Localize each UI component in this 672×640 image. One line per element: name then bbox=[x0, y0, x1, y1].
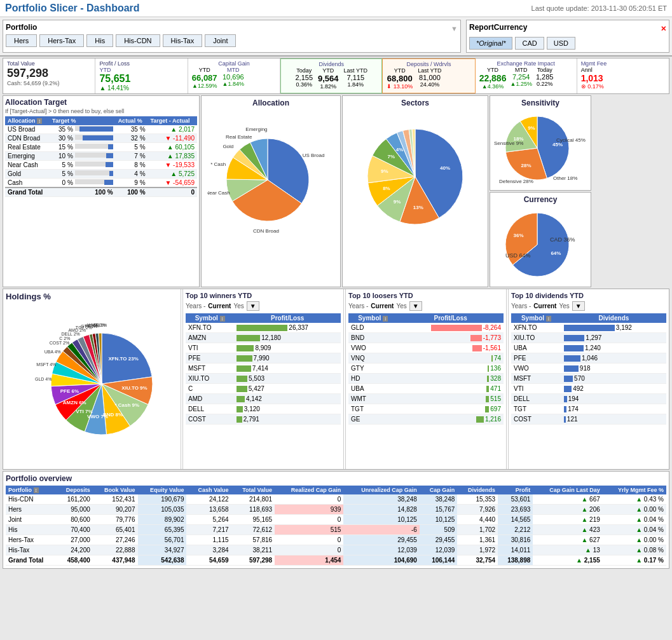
capital-gain-label: Capital Gain bbox=[192, 60, 276, 67]
er-mtd-val: 7,254 bbox=[510, 73, 531, 81]
losers-yes-label: Yes bbox=[396, 303, 406, 310]
alloc-subtitle: If [Target-Actual] > 0 then need to buy,… bbox=[5, 108, 197, 114]
ov-deposits: 27,000 bbox=[56, 535, 93, 545]
ov-col-profit: Profit bbox=[498, 486, 533, 494]
loser-value: 1,216 bbox=[397, 414, 504, 425]
currency-panel: Currency 64%36%CAD 36%USD 64% bbox=[490, 192, 591, 287]
profit-ytd-pct: ▲ 14.41% bbox=[99, 85, 183, 92]
ov-equityvalue: 89,902 bbox=[138, 515, 187, 525]
ov-col-capgain: Cap Gain bbox=[420, 486, 457, 494]
svg-text:Emerging: Emerging bbox=[245, 126, 267, 132]
report-currency-close-icon[interactable]: ✕ bbox=[661, 25, 666, 33]
losers-filter-dropdown[interactable]: ▼ bbox=[409, 301, 422, 311]
winner-value: 3,120 bbox=[234, 404, 341, 414]
dividend-symbol: DELL bbox=[511, 394, 561, 404]
top10-dividends-title: Top 10 dividends YTD bbox=[511, 292, 666, 299]
currency-btn-cad[interactable]: CAD bbox=[515, 37, 544, 50]
table-row: WMT 515 bbox=[348, 394, 504, 404]
alloc-row-diff: ▲ 5,725 bbox=[148, 170, 197, 179]
yes-label: Yes bbox=[233, 303, 243, 310]
table-row: MSFT 7,414 bbox=[186, 364, 341, 374]
overview-table: Portfolio ↕ Deposits Book Value Equity V… bbox=[6, 486, 666, 566]
winner-symbol: XFN.TO bbox=[186, 323, 234, 333]
winner-symbol: AMD bbox=[186, 394, 234, 404]
ov-portfolio: Joint bbox=[6, 515, 56, 525]
ov-cglastday: ▲ 13 bbox=[533, 545, 602, 555]
svg-text:* Cash 9%: * Cash 9% bbox=[114, 402, 139, 408]
portfolio-btn-hers[interactable]: Hers bbox=[6, 34, 37, 47]
loser-value: -1,561 bbox=[397, 343, 504, 353]
dividends-filter-dropdown[interactable]: ▼ bbox=[572, 301, 585, 311]
divs-symbol-col: Symbol ↕ bbox=[511, 313, 561, 323]
stat-total-value: Total Value 597,298 Cash: 54,659 (9.2%) bbox=[3, 58, 95, 93]
alloc-col-diff: Target - Actual bbox=[148, 116, 197, 125]
table-row: VNQ 74 bbox=[348, 353, 504, 364]
ov-col-portfolio: Portfolio ↕ bbox=[6, 486, 56, 494]
stat-exchange-rate: Exchange Rate Impact YTD 22,886 ▲4.36% M… bbox=[476, 58, 577, 93]
holdings-pie-panel: Holdings % XFN.TO 23%XIU.TO 9%* Cash 9%B… bbox=[3, 289, 181, 469]
sectors-chart-title: Sectors bbox=[345, 99, 485, 107]
currency-btn-original[interactable]: *Original* bbox=[469, 37, 512, 50]
dividend-value: 492 bbox=[561, 384, 666, 394]
alloc-row-target: 35 % bbox=[50, 125, 116, 134]
cg-ytd-val: 66,087 bbox=[192, 73, 217, 83]
alloc-row-name: CDN Broad bbox=[5, 134, 50, 143]
winners-symbol-col: Symbol ↕ bbox=[186, 313, 234, 323]
ov-cashvalue: 13,658 bbox=[186, 505, 231, 515]
ov-bookvalue: 22,888 bbox=[93, 545, 138, 555]
table-row: VTI 492 bbox=[511, 384, 666, 394]
alloc-row-diff: ▲ 2,017 bbox=[148, 125, 197, 134]
ov-equityvalue: 56,701 bbox=[138, 535, 187, 545]
table-row: COST 121 bbox=[511, 414, 666, 425]
loser-symbol: GE bbox=[348, 414, 397, 425]
svg-text:GLD 4%: GLD 4% bbox=[35, 377, 51, 381]
portfolio-btn-joint[interactable]: Joint bbox=[205, 34, 236, 47]
winner-symbol: AMZN bbox=[186, 333, 234, 343]
ov-unrealizedcg: 38,248 bbox=[343, 494, 419, 505]
dividend-value: 1,240 bbox=[561, 343, 666, 353]
portfolio-btn-his-cdn[interactable]: His-CDN bbox=[116, 34, 160, 47]
svg-text:PFE 6%: PFE 6% bbox=[60, 388, 78, 394]
ov-profit: 14,011 bbox=[498, 545, 533, 555]
profit-ytd-val: 75,651 bbox=[99, 73, 183, 85]
dividend-value: 1,046 bbox=[561, 353, 666, 364]
ov-dividends: 7,926 bbox=[457, 505, 498, 515]
overview-table-row: His 70,400 65,401 65,395 7,217 72,612 51… bbox=[6, 525, 666, 535]
winners-filter-dropdown[interactable]: ▼ bbox=[247, 301, 259, 311]
ov-dividends: 4,440 bbox=[457, 515, 498, 525]
divs-yes-label: Yes bbox=[559, 303, 569, 310]
ov-totalvalue: 118,693 bbox=[231, 505, 275, 515]
svg-text:MSFT 4%: MSFT 4% bbox=[36, 362, 56, 367]
alloc-table-row: US Broad 35 % 35 % ▲ 2,017 bbox=[5, 125, 197, 134]
svg-text:USD 64%: USD 64% bbox=[505, 252, 531, 259]
div-lastyear-pct: 1.84% bbox=[344, 81, 367, 88]
allocation-pie-panel: Allocation US BroadCDN BroadNear Cash* C… bbox=[201, 95, 341, 287]
ov-bookvalue: 27,246 bbox=[93, 535, 138, 545]
portfolio-btn-hers-tax[interactable]: Hers-Tax bbox=[39, 34, 84, 47]
ov-cashvalue: 24,122 bbox=[186, 494, 231, 505]
cg-mtd-val: 10,696 bbox=[223, 73, 244, 81]
ov-yrlymgmt: ▲ 0.17 % bbox=[603, 555, 666, 566]
portfolio-btn-his[interactable]: His bbox=[86, 34, 113, 47]
portfolio-overview-section: Portfolio overview Portfolio ↕ Deposits … bbox=[3, 471, 669, 569]
alloc-col-actual: Actual % bbox=[116, 116, 148, 125]
ov-realizedcg: 939 bbox=[275, 505, 343, 515]
ov-portfolio: His-Tax bbox=[6, 545, 56, 555]
ov-deposits: 80,600 bbox=[56, 515, 93, 525]
ov-equityvalue: 34,927 bbox=[138, 545, 187, 555]
table-row: UBA 1,240 bbox=[511, 343, 666, 353]
svg-text:XFN.TO 23%: XFN.TO 23% bbox=[108, 356, 138, 362]
svg-text:GE 1%: GE 1% bbox=[93, 323, 107, 327]
currency-btn-usd[interactable]: USD bbox=[547, 37, 575, 50]
ov-bookvalue: 152,431 bbox=[93, 494, 138, 505]
ov-yrlymgmt: ▲ 0.04 % bbox=[603, 525, 666, 535]
svg-text:Real Estate: Real Estate bbox=[226, 134, 252, 140]
alloc-table-row: Cash 0 % 9 % ▼ -54,659 bbox=[5, 179, 197, 188]
div-ytd-val: 9,564 bbox=[318, 74, 339, 83]
total-value-label: Total Value bbox=[7, 60, 91, 67]
ov-capgain: 15,767 bbox=[420, 505, 457, 515]
portfolio-collapse-icon[interactable]: ▼ bbox=[451, 25, 458, 32]
cg-mtd-label: MTD bbox=[223, 67, 244, 73]
svg-text:9%: 9% bbox=[528, 125, 535, 131]
portfolio-btn-his-tax[interactable]: His-Tax bbox=[163, 34, 203, 47]
